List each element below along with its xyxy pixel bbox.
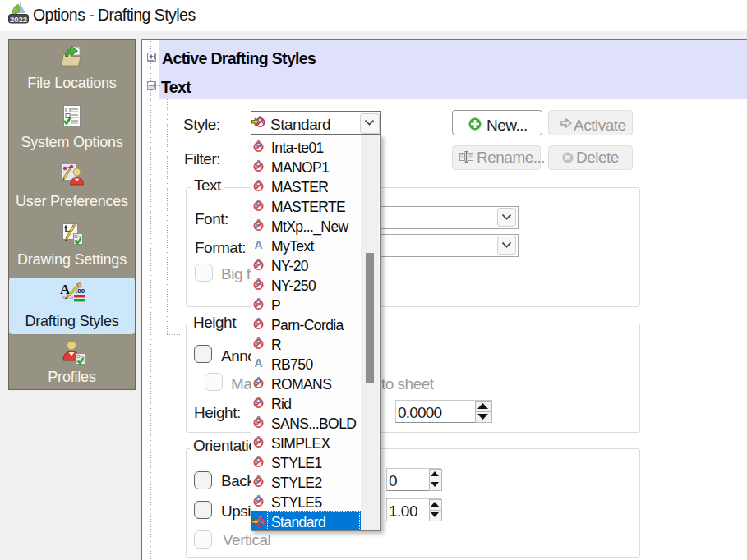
svg-text:2022: 2022 (10, 15, 27, 24)
svg-text:.00: .00 (76, 287, 85, 295)
